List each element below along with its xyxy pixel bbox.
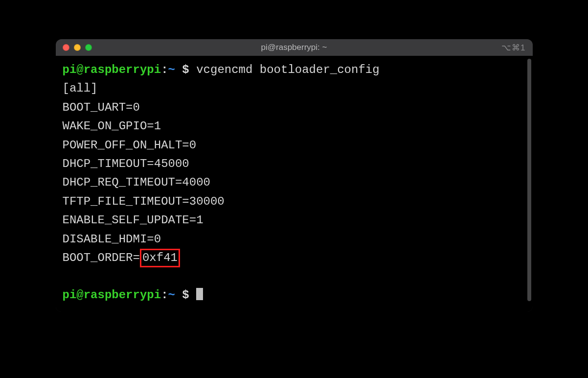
output-line: [all] [63,79,526,98]
title-bar[interactable]: pi@raspberrypi: ~ ⌥⌘1 [56,39,533,56]
prompt-symbol: $ [175,63,196,76]
cursor-icon [196,288,203,300]
maximize-icon[interactable] [85,44,92,51]
user-host: pi@raspberrypi [63,63,161,76]
scrollbar[interactable] [527,59,531,301]
output-line-highlighted: BOOT_ORDER=0xf41 [63,249,526,267]
prompt-line-2: pi@raspberrypi:~ $ [63,286,526,305]
output-line: DHCP_REQ_TIMEOUT=4000 [63,173,526,192]
prompt-separator: : [161,288,168,302]
command-text: vcgencmd bootloader_config [196,63,379,76]
minimize-icon[interactable] [74,44,81,51]
output-line: TFTP_FILE_TIMEOUT=30000 [63,192,526,211]
output-line: WAKE_ON_GPIO=1 [63,117,526,136]
terminal-window: pi@raspberrypi: ~ ⌥⌘1 pi@raspberrypi:~ $… [56,39,533,312]
output-line: POWER_OFF_ON_HALT=0 [63,136,526,155]
output-line: DHCP_TIMEOUT=45000 [63,155,526,173]
user-host: pi@raspberrypi [63,288,161,302]
prompt-separator: : [161,63,168,76]
output-line: ENABLE_SELF_UPDATE=1 [63,211,526,230]
blank-line [63,267,526,286]
output-line: BOOT_UART=0 [63,98,526,117]
prompt-path: ~ [168,63,175,76]
output-prefix: BOOT_ORDER= [63,251,140,264]
prompt-symbol: $ [175,288,196,302]
close-icon[interactable] [63,44,69,51]
window-shortcut-indicator: ⌥⌘1 [501,43,525,53]
output-line: DISABLE_HDMI=0 [63,230,526,249]
terminal-body[interactable]: pi@raspberrypi:~ $ vcgencmd bootloader_c… [56,56,533,312]
window-title: pi@raspberrypi: ~ [261,43,327,52]
prompt-path: ~ [168,288,175,302]
highlight-box: 0xf41 [140,249,180,267]
traffic-lights [63,44,92,51]
prompt-line-1: pi@raspberrypi:~ $ vcgencmd bootloader_c… [63,61,526,79]
